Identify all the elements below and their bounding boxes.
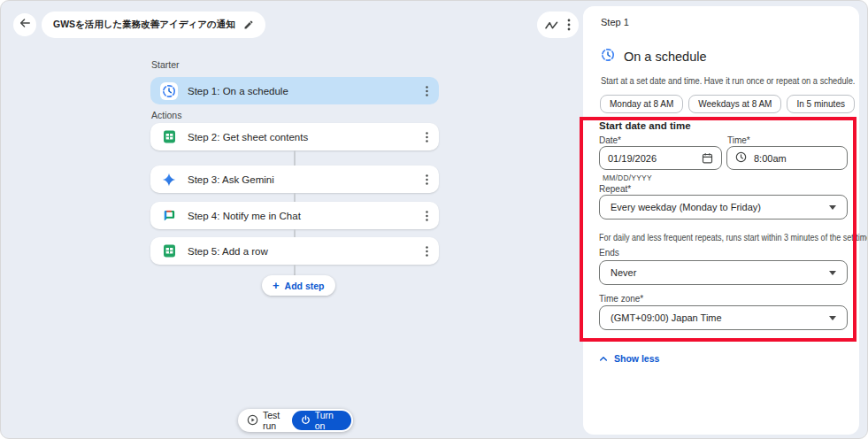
step-menu-icon[interactable] <box>423 243 431 260</box>
test-run-button[interactable]: Test run <box>247 410 292 431</box>
repeat-select[interactable]: Every weekday (Monday to Friday) <box>599 195 848 220</box>
toolbar-pill <box>537 12 579 38</box>
workflow-title: GWSを活用した業務改善アイディアの通知 <box>53 19 235 31</box>
ends-field-label: Ends <box>599 248 619 258</box>
step-card-on-a-schedule[interactable]: Step 1: On a schedule <box>150 77 439 104</box>
actions-section-label: Actions <box>151 110 181 120</box>
timezone-field-label: Time zone* <box>599 294 643 304</box>
chevron-down-icon <box>829 205 836 210</box>
step-card-ask-gemini[interactable]: Step 3: Ask Gemini <box>150 166 439 193</box>
step-label: Step 1: On a schedule <box>188 86 288 96</box>
preset-chips: Monday at 8 AM Weekdays at 8 AM In 5 min… <box>600 95 855 113</box>
workflow-editor-screen: GWSを活用した業務改善アイディアの通知 Starter Step 1: On … <box>0 0 868 439</box>
date-format-helper: MM/DD/YYYY <box>603 173 652 182</box>
step-menu-icon[interactable] <box>423 82 431 100</box>
panel-title: On a schedule <box>624 50 707 64</box>
step-menu-icon[interactable] <box>423 128 431 146</box>
schedule-clock-icon <box>601 48 615 65</box>
preset-chip-weekdays-8am[interactable]: Weekdays at 8 AM <box>688 95 781 113</box>
step-card-add-a-row[interactable]: Step 5: Add a row <box>150 237 439 265</box>
connector-line <box>294 265 296 275</box>
step-label: Step 2: Get sheet contents <box>188 132 308 142</box>
repeat-value: Every weekday (Monday to Friday) <box>611 202 761 212</box>
schedule-clock-icon <box>160 82 178 100</box>
google-chat-icon <box>160 207 178 225</box>
step-menu-icon[interactable] <box>423 207 431 225</box>
turn-on-button[interactable]: Turn on <box>292 411 351 430</box>
timezone-value: (GMT+09:00) Japan Time <box>611 312 722 323</box>
play-circle-icon <box>247 414 258 427</box>
workflow-title-pill[interactable]: GWSを活用した業務改善アイディアの通知 <box>42 12 265 38</box>
connector-line <box>294 229 296 237</box>
step-label: Step 3: Ask Gemini <box>188 174 274 185</box>
calendar-icon[interactable] <box>702 152 713 164</box>
step-menu-icon[interactable] <box>423 171 431 189</box>
run-action-bar: Test run Turn on <box>238 409 353 432</box>
step-card-get-sheet-contents[interactable]: Step 2: Get sheet contents <box>150 123 439 150</box>
step-label: Step 4: Notify me in Chat <box>188 211 301 221</box>
timezone-select[interactable]: (GMT+09:00) Japan Time <box>599 305 848 330</box>
google-sheets-icon <box>160 128 178 146</box>
chevron-down-icon <box>829 316 836 320</box>
date-input[interactable]: 01/19/2026 <box>599 146 722 170</box>
add-step-button[interactable]: + Add step <box>262 275 335 296</box>
back-arrow-icon <box>19 17 31 33</box>
more-options-icon[interactable] <box>567 19 571 31</box>
step-card-notify-me-in-chat[interactable]: Step 4: Notify me in Chat <box>150 202 439 229</box>
edit-pencil-icon[interactable] <box>243 19 254 30</box>
preset-chip-monday-8am[interactable]: Monday at 8 AM <box>600 95 683 113</box>
ends-select[interactable]: Never <box>599 260 848 285</box>
time-input[interactable]: 8:00am <box>726 146 848 170</box>
ends-value: Never <box>611 267 636 278</box>
time-value: 8:00am <box>754 153 787 164</box>
panel-step-label: Step 1 <box>601 17 629 27</box>
connector-line <box>294 193 296 202</box>
repeat-field-label: Repeat* <box>599 184 631 194</box>
plus-icon: + <box>273 280 280 291</box>
connector-line <box>294 150 296 166</box>
date-field-label: Date* <box>599 135 621 145</box>
preset-chip-in-5-minutes[interactable]: In 5 minutes <box>787 95 854 113</box>
date-value: 01/19/2026 <box>608 153 657 164</box>
time-field-label: Time* <box>727 135 750 145</box>
start-date-time-heading: Start date and time <box>599 120 691 131</box>
google-sheets-icon <box>160 243 178 260</box>
clock-icon <box>735 151 747 165</box>
back-button[interactable] <box>13 13 36 36</box>
repeat-note: For daily and less frequent repeats, run… <box>599 233 868 243</box>
starter-section-label: Starter <box>151 59 180 70</box>
panel-description: Start at a set date and time. Have it ru… <box>601 76 855 86</box>
power-icon <box>301 415 311 427</box>
activity-icon[interactable] <box>545 19 558 31</box>
chevron-up-icon <box>599 353 608 364</box>
step-label: Step 5: Add a row <box>188 246 268 257</box>
gemini-icon <box>160 171 178 189</box>
show-less-link[interactable]: Show less <box>599 353 659 364</box>
chevron-down-icon <box>829 271 836 275</box>
step-config-panel: Step 1 On a schedule Start at a set date… <box>583 6 859 435</box>
